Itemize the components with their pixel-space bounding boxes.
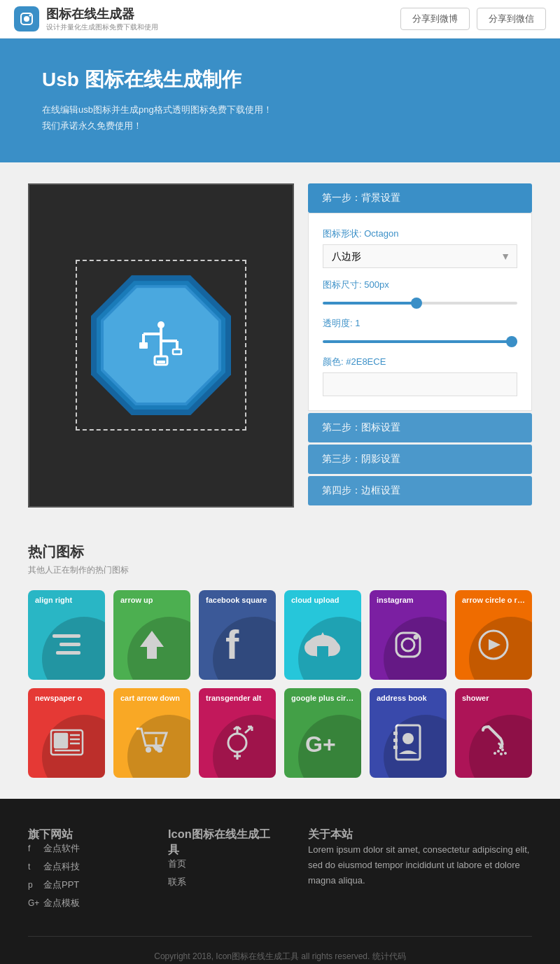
svg-rect-10 — [173, 349, 181, 354]
icon-card-image — [455, 610, 532, 680]
icon-card[interactable]: transgender alt — [199, 688, 276, 778]
footer-bottom: Copyright 2018, Icon图标在线生成工具 all rights … — [28, 936, 532, 963]
icon-card[interactable]: instagram — [370, 590, 447, 680]
footer-link-icon: t — [28, 862, 39, 872]
logo-subtitle: 设计并量化生成图标免费下载和使用 — [46, 22, 158, 32]
icon-shadow — [469, 617, 532, 680]
icon-card-image — [28, 708, 105, 778]
usb-icon — [130, 321, 192, 369]
hero-desc-line1: 在线编辑usb图标并生成png格式透明图标免费下载使用！ — [42, 102, 518, 118]
logo-text: 图标在线生成器 设计并量化生成图标免费下载和使用 — [46, 6, 158, 32]
step1-header[interactable]: 第一步：背景设置 — [308, 183, 532, 213]
icon-card-image — [113, 708, 190, 778]
shape-select-wrapper: 八边形 ▼ — [323, 244, 517, 268]
icon-shadow — [384, 617, 447, 680]
icon-shadow — [127, 617, 190, 680]
icon-card-label: address book — [370, 688, 447, 708]
icon-card-image: f — [199, 610, 276, 680]
footer-link-icon: f — [28, 844, 39, 853]
size-value-display: 500px — [364, 279, 388, 290]
footer-col3-title: 关于本站 — [308, 827, 532, 842]
step4-header[interactable]: 第四步：边框设置 — [308, 476, 532, 505]
footer-link-item[interactable]: t金点科技 — [28, 860, 140, 873]
share-weixin-button[interactable]: 分享到微信 — [477, 8, 546, 30]
icon-card-label: facebook square — [199, 590, 276, 610]
icon-shadow — [298, 715, 361, 778]
icon-card[interactable]: newspaper o — [28, 688, 105, 778]
svg-point-1 — [24, 16, 29, 22]
footer-link-item[interactable]: f金点软件 — [28, 842, 140, 855]
icon-card[interactable]: align right — [28, 590, 105, 680]
icon-card-image: G+ — [284, 708, 361, 778]
hot-title: 热门图标 — [28, 543, 532, 561]
size-slider-wrapper — [323, 295, 517, 307]
icon-card-label: cloud upload — [284, 590, 361, 610]
copyright-text: Copyright 2018, Icon图标在线生成工具 all rights … — [154, 951, 405, 961]
icon-card-label: instagram — [370, 590, 447, 610]
footer-link-label: 金点模板 — [43, 897, 80, 909]
footer-link-label: 金点PPT — [43, 879, 79, 891]
icon-card-label: cart arrow down — [113, 688, 190, 708]
step1-content: 图标形状: Octagon 八边形 ▼ 图标尺寸: 500px 透明度: — [308, 213, 532, 411]
icon-card[interactable]: address book — [370, 688, 447, 778]
opacity-slider-wrapper — [323, 334, 517, 345]
footer-col1-title: 旗下网站 — [28, 827, 140, 842]
icon-card-image — [199, 708, 276, 778]
icon-card-label: align right — [28, 590, 105, 610]
opacity-value-display: 1 — [355, 318, 360, 328]
step2-header[interactable]: 第二步：图标设置 — [308, 413, 532, 442]
opacity-slider[interactable] — [323, 340, 517, 343]
icon-card[interactable]: facebook square f — [199, 590, 276, 680]
icons-grid: align right arrow up facebook square f c… — [28, 590, 532, 778]
color-value-display: #2E8ECE — [346, 356, 386, 367]
shape-value-display: Octagon — [364, 228, 398, 239]
icon-card[interactable]: arrow up — [113, 590, 190, 680]
icon-card-label: transgender alt — [199, 688, 276, 708]
logo-title: 图标在线生成器 — [46, 6, 158, 22]
footer-link-icon: G+ — [28, 898, 39, 908]
icon-card[interactable]: cloud upload — [284, 590, 361, 680]
footer-link-icon: p — [28, 880, 39, 890]
color-input[interactable]: #2E8ECE — [323, 372, 517, 396]
settings-panel: 第一步：背景设置 图标形状: Octagon 八边形 ▼ 图标尺寸: 500px — [308, 183, 532, 508]
icon-card[interactable]: shower — [455, 688, 532, 778]
footer: 旗下网站 f金点软件t金点科技p金点PPTG+金点模板 Icon图标在线生成工具… — [0, 799, 560, 964]
footer-nav-link[interactable]: 首页 — [168, 858, 280, 870]
size-slider[interactable] — [323, 302, 517, 305]
header: 图标在线生成器 设计并量化生成图标免费下载和使用 分享到微博 分享到微信 — [0, 0, 560, 39]
color-label: 颜色: #2E8ECE — [323, 356, 517, 368]
icon-card-label: arrow up — [113, 590, 190, 610]
logo-area: 图标在线生成器 设计并量化生成图标免费下载和使用 — [14, 6, 158, 32]
icon-card-label: arrow circle o rig... — [455, 590, 532, 610]
footer-link-item[interactable]: G+金点模板 — [28, 897, 140, 909]
shape-select[interactable]: 八边形 — [323, 244, 517, 268]
hero-desc-line2: 我们承诺永久免费使用！ — [42, 118, 518, 134]
footer-about-text: Lorem ipsum dolor sit amet, consectetur … — [308, 842, 532, 888]
header-buttons: 分享到微博 分享到微信 — [400, 8, 546, 30]
hero-title: Usb 图标在线生成制作 — [42, 67, 518, 93]
svg-rect-7 — [139, 342, 148, 349]
icon-card-image — [113, 610, 190, 680]
hot-section: 热门图标 其他人正在制作的热门图标 align right arrow up f… — [0, 529, 560, 799]
icon-card[interactable]: cart arrow down — [113, 688, 190, 778]
icon-card-image — [370, 610, 447, 680]
icon-card-label: newspaper o — [28, 688, 105, 708]
share-weibo-button[interactable]: 分享到微博 — [400, 8, 470, 30]
size-label: 图标尺寸: 500px — [323, 279, 517, 291]
svg-point-4 — [158, 321, 164, 328]
main-content: 第一步：背景设置 图标形状: Octagon 八边形 ▼ 图标尺寸: 500px — [0, 162, 560, 529]
logo-icon — [14, 6, 39, 32]
icon-card-label: shower — [455, 688, 532, 708]
icon-shadow — [42, 617, 105, 680]
canvas-dashed — [76, 260, 246, 431]
step3-header[interactable]: 第三步：阴影设置 — [308, 445, 532, 474]
icon-card-label: google plus circle — [284, 688, 361, 708]
icon-card[interactable]: google plus circle G+ — [284, 688, 361, 778]
footer-nav-link[interactable]: 联系 — [168, 876, 280, 888]
icon-card[interactable]: arrow circle o rig... — [455, 590, 532, 680]
footer-grid: 旗下网站 f金点软件t金点科技p金点PPTG+金点模板 Icon图标在线生成工具… — [28, 827, 532, 915]
hero-section: Usb 图标在线生成制作 在线编辑usb图标并生成png格式透明图标免费下载使用… — [0, 39, 560, 162]
footer-link-item[interactable]: p金点PPT — [28, 879, 140, 891]
footer-link-label: 金点软件 — [43, 842, 80, 855]
svg-rect-12 — [157, 361, 165, 363]
